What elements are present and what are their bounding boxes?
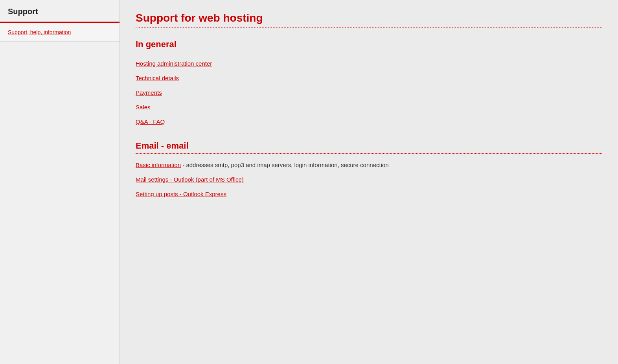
link-basic-information[interactable]: Basic information: [136, 162, 181, 168]
section-divider-email: [136, 153, 602, 154]
main-content: Support for web hosting In general Hosti…: [120, 0, 618, 364]
list-item: Setting up posts - Outlook Express: [136, 191, 602, 197]
list-item: Technical details: [136, 75, 602, 81]
sidebar-nav-link[interactable]: Support, help, information: [8, 29, 71, 35]
list-item: Payments: [136, 89, 602, 96]
email-section: Email - email Basic information - addres…: [136, 141, 602, 197]
link-hosting-admin[interactable]: Hosting administration center: [136, 60, 212, 67]
sidebar-header: Support: [0, 0, 120, 22]
link-qna-faq[interactable]: Q&A - FAQ: [136, 118, 165, 125]
section-divider-in-general: [136, 52, 602, 52]
list-item: Hosting administration center: [136, 60, 602, 67]
section-title-in-general: In general: [136, 39, 602, 50]
list-item: Mail settings - Outlook (part of MS Offi…: [136, 176, 602, 183]
section-title-email: Email - email: [136, 141, 602, 151]
page-title: Support for web hosting: [136, 8, 602, 24]
link-technical-details[interactable]: Technical details: [136, 75, 179, 81]
list-item: Basic information - addresses smtp, pop3…: [136, 162, 602, 168]
link-sales[interactable]: Sales: [136, 104, 151, 110]
list-item: Q&A - FAQ: [136, 118, 602, 125]
sidebar: Support Support, help, information: [0, 0, 120, 364]
list-item: Sales: [136, 104, 602, 110]
link-mail-settings-outlook[interactable]: Mail settings - Outlook (part of MS Offi…: [136, 176, 244, 183]
link-setting-up-posts-outlook-express[interactable]: Setting up posts - Outlook Express: [136, 191, 226, 197]
link-payments[interactable]: Payments: [136, 89, 162, 96]
basic-info-desc: - addresses smtp, pop3 and imap servers,…: [182, 162, 388, 168]
sidebar-nav: Support, help, information: [0, 23, 120, 42]
title-divider: [136, 27, 602, 28]
sidebar-title: Support: [8, 7, 112, 16]
